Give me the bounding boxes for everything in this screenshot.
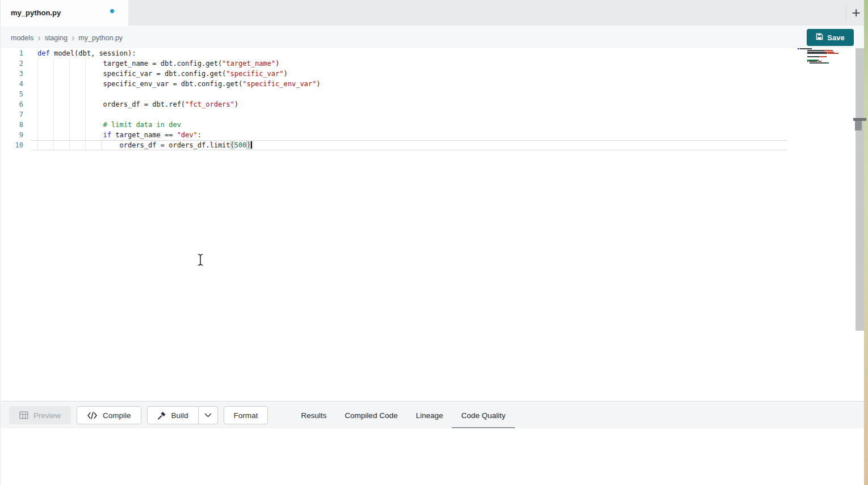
text-caret — [251, 141, 252, 149]
editor-tab-bar: my_python.py + — [1, 0, 864, 26]
code-text: def model(dbt, session): — [37, 48, 136, 58]
minimap-line — [838, 53, 838, 54]
minimap-line — [809, 61, 817, 62]
code-line-6[interactable]: 6 orders_df = dbt.ref("fct_orders") — [1, 99, 795, 109]
code-text: orders_df = orders_df.limit(500) — [37, 140, 252, 150]
minimap-line — [819, 56, 827, 57]
preview-button[interactable]: Preview — [9, 406, 71, 424]
save-floppy-icon — [816, 33, 823, 42]
dbt-ide-window: my_python.py + models›staging›my_python.… — [0, 0, 868, 485]
minimap-line — [826, 56, 827, 57]
code-quality-panel — [1, 428, 864, 485]
preview-button-label: Preview — [33, 411, 61, 420]
build-dropdown-button[interactable] — [199, 406, 218, 424]
code-line-4[interactable]: 4 specific_env_var = dbt.config.get("spe… — [1, 79, 795, 89]
breadcrumb-item-models[interactable]: models — [11, 34, 33, 42]
action-toolbar: PreviewCompileBuildFormat ResultsCompile… — [1, 402, 864, 428]
tab-my-python-py[interactable]: my_python.py — [1, 0, 128, 26]
tab-label: Results — [301, 411, 326, 420]
code-text: # limit data in dev — [37, 120, 181, 130]
breadcrumb-separator-icon: › — [68, 33, 78, 43]
minimap-line — [828, 53, 838, 54]
save-button[interactable]: Save — [807, 29, 854, 46]
code-text: orders_df = dbt.ref("fct_orders") — [37, 99, 238, 109]
tabstrip-divider — [846, 5, 846, 20]
minimap-line — [821, 61, 821, 62]
new-tab-button[interactable]: + — [849, 2, 863, 23]
result-panel-tabs: ResultsCompiled CodeLineageCode Quality — [292, 402, 514, 428]
code-line-10[interactable]: 10 orders_df = orders_df.limit(500) — [1, 140, 795, 150]
format-button[interactable]: Format — [224, 406, 269, 424]
line-number: 7 — [1, 109, 23, 120]
minimap-line — [807, 61, 808, 62]
line-number: 5 — [1, 89, 23, 99]
minimap-line — [800, 48, 812, 49]
compile-button-label: Compile — [103, 411, 131, 420]
tab-results[interactable]: Results — [292, 402, 336, 428]
tab-code-quality[interactable]: Code Quality — [452, 402, 514, 428]
build-split-button: Build — [147, 406, 218, 424]
minimap-line — [828, 62, 829, 64]
text-cursor-pointer — [197, 254, 204, 268]
code-line-8[interactable]: 8 # limit data in dev — [1, 120, 795, 130]
minimap[interactable] — [795, 48, 840, 65]
build-button-label: Build — [171, 411, 188, 420]
line-number: 3 — [1, 69, 23, 79]
minimap-line — [833, 52, 834, 53]
code-line-3[interactable]: 3 specific_var = dbt.config.get("specifi… — [1, 69, 795, 79]
line-number: 10 — [1, 140, 23, 150]
breadcrumb: models›staging›my_python.py — [11, 26, 123, 49]
code-line-9[interactable]: 9 if target_name == "dev": — [1, 130, 795, 140]
line-number: 2 — [1, 58, 23, 69]
minimap-line — [832, 50, 833, 51]
line-number: 1 — [1, 48, 23, 58]
tab-title: my_python.py — [11, 9, 61, 17]
toolbar-buttons: PreviewCompileBuildFormat — [9, 406, 274, 424]
minimap-line — [824, 50, 832, 51]
minimap-line — [807, 53, 828, 54]
save-button-label: Save — [827, 33, 844, 42]
minimap-line — [807, 50, 824, 51]
code-editor[interactable]: 1def model(dbt, session):2 target_name =… — [1, 48, 864, 402]
code-line-7[interactable]: 7 — [1, 109, 795, 120]
minimap-line — [807, 56, 819, 57]
code-line-1[interactable]: 1def model(dbt, session): — [1, 48, 795, 58]
breadcrumb-item-my-python-py[interactable]: my_python.py — [78, 34, 123, 42]
table-icon — [19, 411, 28, 419]
tab-lineage[interactable]: Lineage — [406, 402, 452, 428]
hammer-icon — [157, 411, 166, 420]
tab-compiled-code[interactable]: Compiled Code — [336, 402, 406, 428]
line-number: 4 — [1, 79, 23, 89]
tab-label: Code Quality — [461, 411, 505, 420]
format-button-label: Format — [234, 411, 258, 420]
minimap-line — [825, 52, 833, 53]
code-text: if target_name == "dev": — [37, 130, 202, 140]
breadcrumb-item-staging[interactable]: staging — [45, 34, 68, 42]
chevron-down-icon — [204, 413, 212, 417]
scrollbar-thumb-stem[interactable] — [855, 121, 862, 130]
code-text: target_name = dbt.config.get("target_nam… — [37, 58, 279, 69]
compile-button[interactable]: Compile — [77, 406, 141, 424]
minimap-line — [807, 60, 819, 61]
line-number: 9 — [1, 130, 23, 140]
code-text: specific_var = dbt.config.get("specific_… — [37, 69, 288, 79]
breadcrumb-separator-icon: › — [33, 33, 44, 43]
line-number: 8 — [1, 120, 23, 130]
file-header-bar: models›staging›my_python.py Save — [1, 26, 864, 49]
build-button[interactable]: Build — [147, 406, 199, 424]
minimap-line — [807, 52, 825, 53]
code-line-2[interactable]: 2 target_name = dbt.config.get("target_n… — [1, 58, 795, 69]
minimap-line — [810, 62, 825, 64]
tab-label: Compiled Code — [345, 411, 397, 420]
code-line-5[interactable]: 5 — [1, 89, 795, 99]
line-number: 6 — [1, 99, 23, 109]
scrollbar-track[interactable] — [856, 48, 864, 331]
tab-label: Lineage — [416, 411, 443, 420]
compile-code-icon — [87, 412, 98, 419]
code-text: specific_env_var = dbt.config.get("speci… — [37, 79, 321, 89]
desktop-wallpaper-edge — [863, 0, 868, 485]
minimap-line — [798, 48, 799, 49]
unsaved-changes-icon — [110, 9, 114, 13]
